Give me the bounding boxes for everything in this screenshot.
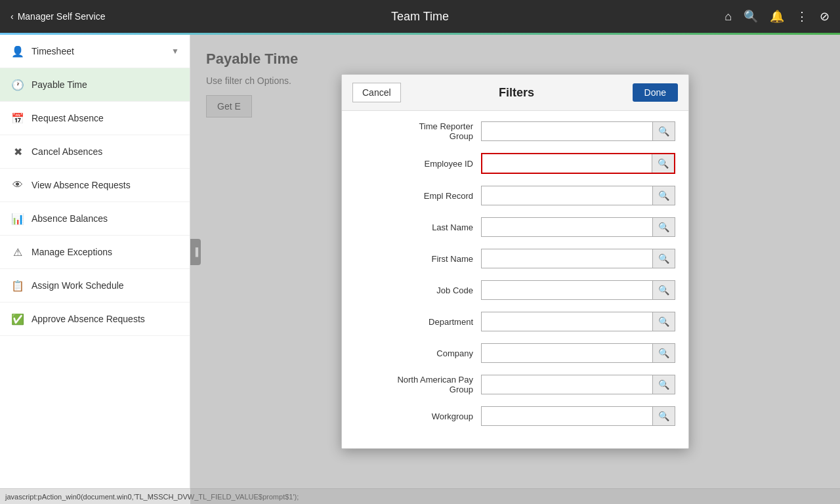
sidebar-item-label: Timesheet xyxy=(32,46,165,56)
sidebar: 👤 Timesheet ▼ 🕐 Payable Time 📅 Request A… xyxy=(0,35,190,504)
job-code-input-wrap: 🔍 xyxy=(481,280,675,300)
sidebar-item-label: Assign Work Schedule xyxy=(32,280,179,291)
time-reporter-group-label: Time Reporter Group xyxy=(355,121,473,141)
home-icon[interactable]: ⌂ xyxy=(724,10,732,24)
company-label: Company xyxy=(355,348,473,358)
cancel-button[interactable]: Cancel xyxy=(352,83,401,102)
sidebar-item-label: View Absence Requests xyxy=(32,180,179,190)
back-chevron-icon: ‹ xyxy=(10,11,14,22)
main-layout: 👤 Timesheet ▼ 🕐 Payable Time 📅 Request A… xyxy=(0,35,840,504)
filter-row-empl-record: Empl Record 🔍 xyxy=(355,186,675,205)
filter-row-department: Department 🔍 xyxy=(355,312,675,331)
employee-id-label: Employee ID xyxy=(355,159,473,169)
payable-time-icon: 🕐 xyxy=(10,77,25,92)
workgroup-search-icon[interactable]: 🔍 xyxy=(652,407,675,425)
sidebar-item-label: Manage Exceptions xyxy=(32,247,179,257)
empl-record-search-icon[interactable]: 🔍 xyxy=(652,186,675,205)
done-button[interactable]: Done xyxy=(633,83,678,102)
sidebar-item-payable-time[interactable]: 🕐 Payable Time xyxy=(0,68,190,102)
content-area: Payable Time Use filter ch Options. Get … xyxy=(190,35,840,504)
filter-row-last-name: Last Name 🔍 xyxy=(355,217,675,237)
time-reporter-group-input[interactable] xyxy=(482,123,652,140)
filter-row-time-reporter-group: Time Reporter Group 🔍 xyxy=(355,121,675,141)
modal-body: Time Reporter Group 🔍 Employee ID 🔍 xyxy=(342,111,688,448)
cancel-absences-icon: ✖ xyxy=(10,144,25,159)
time-reporter-group-input-wrap: 🔍 xyxy=(481,121,675,141)
sidebar-item-view-absence-requests[interactable]: 👁 View Absence Requests xyxy=(0,169,190,202)
filter-row-workgroup: Workgroup 🔍 xyxy=(355,406,675,426)
nav-icons: ⌂ 🔍 🔔 ⋮ ⊘ xyxy=(724,9,830,24)
sidebar-item-cancel-absences[interactable]: ✖ Cancel Absences xyxy=(0,135,190,169)
department-input[interactable] xyxy=(482,313,652,331)
request-absence-icon: 📅 xyxy=(10,111,25,125)
more-icon[interactable]: ⋮ xyxy=(796,9,808,24)
empl-record-label: Empl Record xyxy=(355,191,473,201)
back-button[interactable]: ‹ Manager Self Service xyxy=(10,11,106,22)
first-name-input-wrap: 🔍 xyxy=(481,249,675,268)
workgroup-label: Workgroup xyxy=(355,411,473,421)
sidebar-item-timesheet[interactable]: 👤 Timesheet ▼ xyxy=(0,35,190,68)
filter-row-first-name: First Name 🔍 xyxy=(355,249,675,268)
filters-modal: Cancel Filters Done Time Reporter Group … xyxy=(341,74,689,449)
job-code-label: Job Code xyxy=(355,285,473,295)
job-code-input[interactable] xyxy=(482,282,652,299)
chevron-down-icon: ▼ xyxy=(171,47,179,56)
north-american-pay-group-input[interactable] xyxy=(482,376,652,394)
sidebar-item-assign-work-schedule[interactable]: 📋 Assign Work Schedule xyxy=(0,269,190,303)
workgroup-input-wrap: 🔍 xyxy=(481,406,675,426)
sidebar-item-label: Cancel Absences xyxy=(32,146,179,157)
sidebar-item-label: Absence Balances xyxy=(32,213,179,224)
no-entry-icon[interactable]: ⊘ xyxy=(820,9,830,24)
sidebar-item-label: Payable Time xyxy=(32,79,179,90)
employee-id-input-wrap: 🔍 xyxy=(481,153,675,174)
first-name-label: First Name xyxy=(355,254,473,264)
empl-record-input-wrap: 🔍 xyxy=(481,186,675,205)
timesheet-icon: 👤 xyxy=(10,44,25,58)
view-absence-icon: 👁 xyxy=(10,178,25,192)
first-name-input[interactable] xyxy=(482,250,652,268)
last-name-input-wrap: 🔍 xyxy=(481,217,675,237)
last-name-input[interactable] xyxy=(482,219,652,236)
north-american-pay-group-label: North American Pay Group xyxy=(355,375,473,394)
sidebar-item-approve-absence-requests[interactable]: ✅ Approve Absence Requests xyxy=(0,303,190,336)
north-american-pay-group-search-icon[interactable]: 🔍 xyxy=(652,375,675,394)
absence-balances-icon: 📊 xyxy=(10,211,25,226)
approve-absence-icon: ✅ xyxy=(10,312,25,326)
time-reporter-group-search-icon[interactable]: 🔍 xyxy=(652,122,675,140)
manage-exceptions-icon: ⚠ xyxy=(10,245,25,259)
company-search-icon[interactable]: 🔍 xyxy=(652,344,675,362)
filter-row-company: Company 🔍 xyxy=(355,343,675,363)
sidebar-item-manage-exceptions[interactable]: ⚠ Manage Exceptions xyxy=(0,236,190,269)
sidebar-item-absence-balances[interactable]: 📊 Absence Balances xyxy=(0,202,190,236)
top-navigation: ‹ Manager Self Service Team Time ⌂ 🔍 🔔 ⋮… xyxy=(0,0,840,33)
modal-title: Filters xyxy=(499,86,534,100)
job-code-search-icon[interactable]: 🔍 xyxy=(652,281,675,299)
workgroup-input[interactable] xyxy=(482,408,652,425)
modal-header: Cancel Filters Done xyxy=(342,75,688,111)
department-input-wrap: 🔍 xyxy=(481,312,675,331)
search-icon[interactable]: 🔍 xyxy=(744,9,758,24)
app-title: Team Time xyxy=(391,10,449,24)
department-label: Department xyxy=(355,317,473,327)
company-input[interactable] xyxy=(482,345,652,362)
filter-row-job-code: Job Code 🔍 xyxy=(355,280,675,300)
department-search-icon[interactable]: 🔍 xyxy=(652,312,675,331)
empl-record-input[interactable] xyxy=(482,187,652,205)
employee-id-input[interactable] xyxy=(482,155,652,173)
sidebar-item-label: Request Absence xyxy=(32,113,179,123)
filter-row-employee-id: Employee ID 🔍 xyxy=(355,153,675,174)
employee-id-search-icon[interactable]: 🔍 xyxy=(652,154,674,173)
company-input-wrap: 🔍 xyxy=(481,343,675,363)
last-name-search-icon[interactable]: 🔍 xyxy=(652,218,675,236)
bell-icon[interactable]: 🔔 xyxy=(770,9,784,24)
assign-schedule-icon: 📋 xyxy=(10,278,25,293)
sidebar-item-label: Approve Absence Requests xyxy=(32,314,179,324)
north-american-pay-group-input-wrap: 🔍 xyxy=(481,375,675,394)
back-label: Manager Self Service xyxy=(18,11,106,22)
sidebar-item-request-absence[interactable]: 📅 Request Absence xyxy=(0,102,190,135)
last-name-label: Last Name xyxy=(355,222,473,232)
filter-row-north-american-pay-group: North American Pay Group 🔍 xyxy=(355,375,675,394)
first-name-search-icon[interactable]: 🔍 xyxy=(652,249,675,268)
